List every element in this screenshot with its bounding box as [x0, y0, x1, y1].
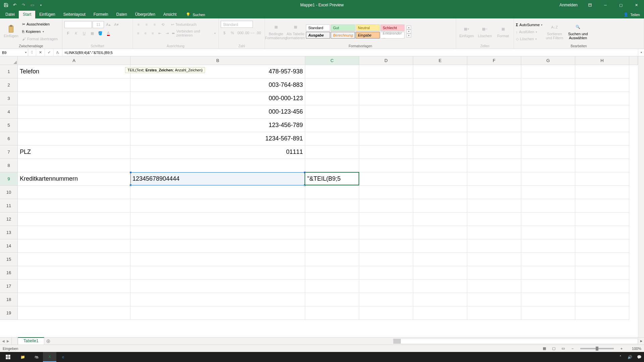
cell-H5[interactable] [575, 119, 629, 132]
cell-D4[interactable] [359, 105, 413, 119]
cell-E1[interactable] [413, 65, 467, 78]
row-header-6[interactable]: 6 [0, 132, 18, 145]
tab-file[interactable]: Datei [1, 11, 19, 18]
cell-E19[interactable] [413, 306, 467, 320]
cell-C14[interactable] [305, 239, 359, 253]
cell-D10[interactable] [359, 186, 413, 199]
cell-G10[interactable] [521, 186, 575, 199]
cell-F11[interactable] [467, 199, 521, 213]
spreadsheet-grid[interactable]: ABCDEFGH 12345678910111213141516171819 T… [0, 56, 644, 337]
cell-E4[interactable] [413, 105, 467, 119]
sheet-tab[interactable]: Tabelle1 [18, 337, 44, 345]
cell-F15[interactable] [467, 253, 521, 266]
cell-A17[interactable] [18, 280, 130, 293]
row-header-4[interactable]: 4 [0, 105, 18, 119]
column-header-B[interactable]: B [130, 56, 305, 65]
row-header-11[interactable]: 11 [0, 199, 18, 213]
cell-B16[interactable] [130, 266, 305, 280]
cell-D8[interactable] [359, 159, 413, 172]
page-layout-view-icon[interactable]: ▢ [549, 346, 558, 352]
cell-D17[interactable] [359, 280, 413, 293]
row-header-9[interactable]: 9 [0, 172, 18, 186]
tab-data[interactable]: Daten [112, 11, 131, 18]
cell-G19[interactable] [521, 306, 575, 320]
cell-E16[interactable] [413, 266, 467, 280]
row-header-3[interactable]: 3 [0, 92, 18, 105]
cell-A13[interactable] [18, 226, 130, 239]
cell-B17[interactable] [130, 280, 305, 293]
style-good[interactable]: Gut [331, 24, 355, 31]
cell-C5[interactable] [305, 119, 359, 132]
find-select-button[interactable]: 🔍Suchen und Auswählen [567, 20, 589, 43]
cell-F9[interactable] [467, 172, 521, 186]
cell-D6[interactable] [359, 132, 413, 145]
cell-A10[interactable] [18, 186, 130, 199]
style-gallery-scrollers[interactable]: ▴▾▾ [407, 25, 411, 38]
cell-A9[interactable]: Kreditkartennummern [18, 172, 130, 186]
add-sheet-button[interactable] [44, 338, 52, 345]
hscroll-right[interactable]: ▶ [638, 338, 644, 345]
cell-G3[interactable] [521, 92, 575, 105]
cell-D5[interactable] [359, 119, 413, 132]
page-break-view-icon[interactable]: ▭ [559, 346, 568, 352]
cell-H17[interactable] [575, 280, 629, 293]
name-box[interactable]: B9▾ [0, 49, 28, 56]
cell-H8[interactable] [575, 159, 629, 172]
row-header-12[interactable]: 12 [0, 213, 18, 226]
cell-A12[interactable] [18, 213, 130, 226]
cell-F4[interactable] [467, 105, 521, 119]
cell-E2[interactable] [413, 78, 467, 92]
cell-C3[interactable] [305, 92, 359, 105]
cell-G15[interactable] [521, 253, 575, 266]
normal-view-icon[interactable]: ▦ [540, 346, 549, 352]
cell-A11[interactable] [18, 199, 130, 213]
cell-D11[interactable] [359, 199, 413, 213]
cell-F18[interactable] [467, 293, 521, 306]
cell-H16[interactable] [575, 266, 629, 280]
cell-D15[interactable] [359, 253, 413, 266]
column-header-G[interactable]: G [521, 56, 575, 65]
cell-H11[interactable] [575, 199, 629, 213]
cell-C18[interactable] [305, 293, 359, 306]
style-explanatory[interactable]: Erklärender ... [380, 32, 405, 39]
zoom-level[interactable]: 100% [627, 347, 641, 351]
cell-G17[interactable] [521, 280, 575, 293]
cell-E13[interactable] [413, 226, 467, 239]
cell-D14[interactable] [359, 239, 413, 253]
cell-D19[interactable] [359, 306, 413, 320]
cell-A3[interactable] [18, 92, 130, 105]
cell-G16[interactable] [521, 266, 575, 280]
maximize-button[interactable]: ▢ [613, 0, 629, 10]
cell-A7[interactable]: PLZ [18, 145, 130, 159]
cell-H9[interactable] [575, 172, 629, 186]
start-button[interactable] [0, 352, 16, 362]
tab-insert[interactable]: Einfügen [35, 11, 59, 18]
cell-D18[interactable] [359, 293, 413, 306]
cell-E10[interactable] [413, 186, 467, 199]
enter-formula-button[interactable]: ✓ [45, 49, 54, 56]
style-calc[interactable]: Berechnung [331, 32, 355, 39]
cell-C10[interactable] [305, 186, 359, 199]
cell-E18[interactable] [413, 293, 467, 306]
cell-H14[interactable] [575, 239, 629, 253]
cell-A19[interactable] [18, 306, 130, 320]
tray-chevron-icon[interactable]: ˄ [616, 352, 625, 362]
cell-H4[interactable] [575, 105, 629, 119]
cell-C8[interactable] [305, 159, 359, 172]
cell-F12[interactable] [467, 213, 521, 226]
cancel-formula-button[interactable]: ✕ [36, 49, 45, 56]
task-store[interactable]: 🛍 [30, 352, 43, 362]
cell-D1[interactable] [359, 65, 413, 78]
column-headers[interactable]: ABCDEFGH [18, 56, 638, 65]
vertical-scrollbar[interactable] [638, 56, 644, 337]
cell-F1[interactable] [467, 65, 521, 78]
cell-A15[interactable] [18, 253, 130, 266]
cell-D9[interactable] [359, 172, 413, 186]
cell-A14[interactable] [18, 239, 130, 253]
style-neutral[interactable]: Neutral [356, 24, 380, 31]
style-input[interactable]: Eingabe [356, 32, 380, 39]
prev-sheet-icon[interactable]: ◀ [2, 339, 5, 343]
taskbar[interactable]: 📁 🛍 X e ˄ 🔊 💬 [0, 352, 644, 362]
formula-input[interactable]: =LINKS(B9;4)&"-"&TEIL(B9;5 [62, 49, 638, 56]
cell-E14[interactable] [413, 239, 467, 253]
